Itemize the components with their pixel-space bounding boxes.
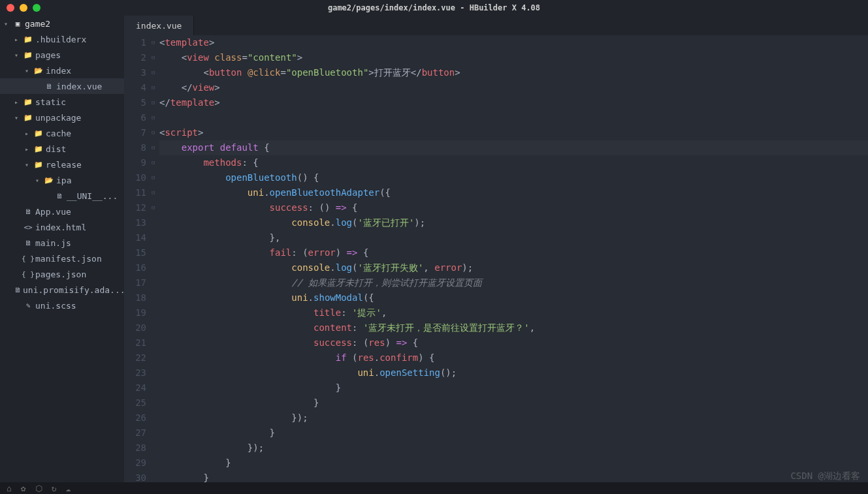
- project-icon: ▣: [12, 20, 24, 28]
- code-line[interactable]: }: [159, 455, 868, 471]
- line-number: 18: [124, 290, 146, 305]
- code-line[interactable]: }: [159, 395, 868, 410]
- tree-label: index: [46, 66, 71, 76]
- fold-icon[interactable]: ⊟: [152, 80, 159, 95]
- fold-icon[interactable]: ⊟: [152, 155, 159, 170]
- tree-item[interactable]: ▸📁cache: [0, 125, 124, 141]
- code-line[interactable]: uni.openSetting();: [159, 365, 868, 380]
- code-line[interactable]: <button @click="openBluetooth">打开蓝牙</but…: [159, 65, 868, 80]
- line-number: 28: [124, 440, 146, 455]
- folder-icon: 📁: [22, 35, 34, 44]
- code-line[interactable]: });: [159, 440, 868, 455]
- line-number: 8: [124, 140, 146, 155]
- fold-icon[interactable]: ⊟: [152, 185, 159, 200]
- tree-item[interactable]: ▾📂ipa: [0, 172, 124, 188]
- tree-item[interactable]: 🗎index.vue: [0, 78, 124, 94]
- fold-icon[interactable]: ⊟: [152, 140, 159, 155]
- line-number: 12: [124, 200, 146, 215]
- code-line[interactable]: </view>: [159, 80, 868, 95]
- code-line[interactable]: console.log('蓝牙打开失败', error);: [159, 260, 868, 275]
- code-line[interactable]: }: [159, 425, 868, 440]
- tree-item[interactable]: 🗎main.js: [0, 235, 124, 251]
- tree-label: static: [35, 97, 66, 107]
- code-line[interactable]: uni.showModal({: [159, 290, 868, 305]
- maximize-icon[interactable]: [33, 4, 40, 12]
- status-icon[interactable]: ⌂: [7, 484, 12, 493]
- code-line[interactable]: });: [159, 410, 868, 425]
- status-icon[interactable]: ✿: [21, 484, 26, 493]
- fold-icon[interactable]: ⊟: [152, 65, 159, 80]
- code-line[interactable]: fail: (error) => {: [159, 245, 868, 260]
- chevron-right-icon: ▸: [14, 36, 22, 43]
- folder-open-icon: 📂: [33, 67, 44, 75]
- file-icon: 🗎: [22, 239, 34, 247]
- code-line[interactable]: title: '提示',: [159, 305, 868, 320]
- code-line[interactable]: // 如果蓝牙未打开，则尝试打开蓝牙设置页面: [159, 275, 868, 290]
- code-line[interactable]: </template>: [159, 95, 868, 110]
- code-line[interactable]: success: (res) => {: [159, 335, 868, 350]
- chevron-right-icon: ▸: [25, 146, 33, 153]
- tree-item[interactable]: ▾📁release: [0, 157, 124, 172]
- project-root[interactable]: ▾ ▣ game2: [0, 16, 124, 31]
- tree-item[interactable]: ▸📁.hbuilderx: [0, 31, 124, 47]
- code-line[interactable]: <script>: [159, 125, 868, 140]
- file-tree: ▾ ▣ game2 ▸📁.hbuilderx▾📁pages▾📂index🗎ind…: [0, 16, 124, 482]
- tree-label: main.js: [35, 238, 71, 248]
- sidebar: ▾ ▣ game2 ▸📁.hbuilderx▾📁pages▾📂index🗎ind…: [0, 16, 124, 482]
- tree-item[interactable]: ▾📁unpackage: [0, 110, 124, 125]
- code-line[interactable]: },: [159, 230, 868, 245]
- status-icon[interactable]: ☁: [65, 484, 71, 493]
- tree-item[interactable]: ▸📁static: [0, 94, 124, 110]
- line-number: 17: [124, 275, 146, 290]
- fold-icon[interactable]: ⊟: [152, 110, 159, 125]
- tree-item[interactable]: { }manifest.json: [0, 251, 124, 266]
- code-line[interactable]: <template>: [159, 35, 868, 50]
- tree-item[interactable]: ▾📂index: [0, 63, 124, 78]
- code-line[interactable]: if (res.confirm) {: [159, 350, 868, 365]
- window-controls: [7, 4, 40, 12]
- code-line[interactable]: [159, 110, 868, 125]
- code-line[interactable]: content: '蓝牙未打开，是否前往设置打开蓝牙？',: [159, 320, 868, 335]
- status-icon[interactable]: ⬡: [35, 484, 42, 493]
- fold-icon[interactable]: ⊟: [152, 170, 159, 185]
- code-editor[interactable]: 1234567891011121314151617181920212223242…: [124, 35, 868, 482]
- code-line[interactable]: }: [159, 380, 868, 395]
- fold-icon[interactable]: ⊟: [152, 50, 159, 65]
- fold-icon[interactable]: ⊟: [152, 35, 159, 50]
- close-icon[interactable]: [7, 4, 14, 12]
- tab-index-vue[interactable]: index.vue: [124, 16, 194, 35]
- code-content[interactable]: <template> <view class="content"> <butto…: [159, 35, 868, 482]
- tree-item[interactable]: 🗎__UNI__...: [0, 188, 124, 204]
- folder-icon: 📁: [33, 129, 44, 138]
- code-line[interactable]: export default {: [159, 140, 868, 155]
- code-line[interactable]: success: () => {: [159, 200, 868, 215]
- fold-icon[interactable]: ⊟: [152, 95, 159, 110]
- status-icon[interactable]: ↻: [52, 484, 57, 493]
- line-number: 26: [124, 410, 146, 425]
- tree-item[interactable]: 🗎App.vue: [0, 204, 124, 219]
- line-number: 6: [124, 110, 146, 125]
- tree-label: game2: [25, 19, 50, 29]
- code-line[interactable]: }: [159, 471, 868, 482]
- code-line[interactable]: methods: {: [159, 155, 868, 170]
- code-line[interactable]: openBluetooth() {: [159, 170, 868, 185]
- code-line[interactable]: console.log('蓝牙已打开');: [159, 215, 868, 230]
- editor-area: index.vue 123456789101112131415161718192…: [124, 16, 868, 482]
- tree-item[interactable]: 🗎uni.promisify.ada...: [0, 282, 124, 298]
- code-line[interactable]: uni.openBluetoothAdapter({: [159, 185, 868, 200]
- file-icon: 🗎: [14, 286, 22, 294]
- line-number: 14: [124, 230, 146, 245]
- code-line[interactable]: <view class="content">: [159, 50, 868, 65]
- fold-icon[interactable]: ⊟: [152, 125, 159, 140]
- line-number: 13: [124, 215, 146, 230]
- tree-item[interactable]: { }pages.json: [0, 266, 124, 282]
- fold-icon[interactable]: ⊟: [152, 200, 159, 215]
- tab-bar: index.vue: [124, 16, 868, 35]
- line-number: 2: [124, 50, 146, 65]
- tree-item[interactable]: ▸📁dist: [0, 141, 124, 157]
- tree-item[interactable]: ✎uni.scss: [0, 298, 124, 313]
- tree-item[interactable]: ▾📁pages: [0, 47, 124, 63]
- minimize-icon[interactable]: [20, 4, 27, 12]
- tree-item[interactable]: <>index.html: [0, 219, 124, 235]
- folder-icon: 📁: [33, 145, 44, 153]
